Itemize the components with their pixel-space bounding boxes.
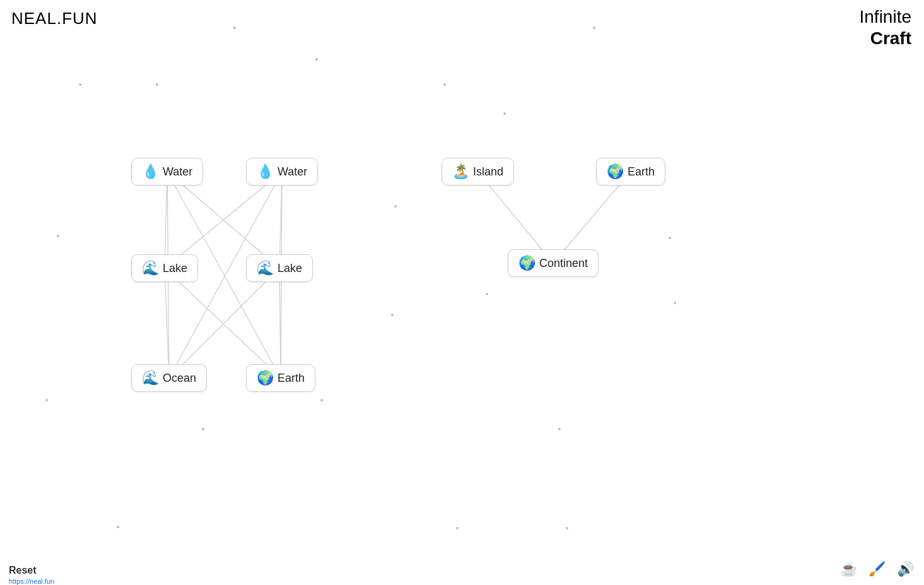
decorative-dot: [117, 526, 119, 528]
water1-icon: 💧: [142, 163, 159, 180]
craft-element-earth1[interactable]: 🌍Earth: [246, 364, 315, 392]
decorative-dot: [391, 314, 394, 316]
decorative-dot: [202, 428, 204, 430]
decorative-dot: [45, 399, 48, 401]
craft-element-ocean[interactable]: 🌊Ocean: [131, 364, 207, 392]
connection-line: [165, 268, 281, 378]
coffee-icon[interactable]: ☕: [840, 561, 857, 577]
title-top: Infinite: [860, 6, 912, 28]
decorative-dot: [486, 293, 488, 295]
earth1-icon: 🌍: [257, 370, 274, 386]
decorative-dot: [394, 205, 397, 208]
water2-icon: 💧: [257, 163, 274, 180]
water2-label: Water: [278, 165, 307, 179]
craft-element-island[interactable]: 🏝️Island: [442, 158, 514, 186]
craft-element-lake2[interactable]: 🌊Lake: [246, 254, 313, 282]
decorative-dot: [233, 27, 236, 29]
decorative-dot: [443, 83, 446, 86]
brush-icon[interactable]: 🖌️: [868, 561, 886, 577]
ocean-icon: 🌊: [142, 370, 159, 386]
reset-button[interactable]: Reset: [9, 565, 37, 576]
water1-label: Water: [163, 165, 192, 179]
connection-line: [279, 268, 281, 378]
connection-line: [169, 268, 279, 378]
lake1-icon: 🌊: [142, 260, 159, 276]
decorative-dot: [57, 235, 59, 237]
decorative-dot: [593, 27, 595, 29]
decorative-dot: [79, 83, 81, 86]
lake1-label: Lake: [163, 262, 187, 275]
decorative-dot: [456, 527, 459, 529]
logo-text: NEAL.FUN: [11, 9, 98, 28]
decorative-dot: [566, 527, 568, 529]
decorative-dot: [156, 83, 158, 86]
decorative-dot: [669, 237, 671, 239]
game-title: Infinite Craft: [860, 6, 912, 49]
decorative-dot: [320, 399, 323, 401]
craft-element-continent[interactable]: 🌍Continent: [508, 249, 599, 277]
continent-label: Continent: [539, 257, 588, 270]
sound-icon[interactable]: 🔊: [897, 561, 914, 577]
craft-element-water2[interactable]: 💧Water: [246, 158, 318, 186]
craft-element-water1[interactable]: 💧Water: [131, 158, 203, 186]
decorative-dot: [503, 112, 506, 115]
island-label: Island: [473, 165, 503, 179]
craft-element-earth2[interactable]: 🌍Earth: [596, 158, 665, 186]
continent-icon: 🌍: [518, 255, 535, 271]
decorative-dot: [558, 428, 561, 430]
craft-element-lake1[interactable]: 🌊Lake: [131, 254, 198, 282]
island-icon: 🏝️: [452, 163, 469, 180]
decorative-dot: [315, 58, 318, 61]
earth1-label: Earth: [278, 372, 305, 385]
title-bottom: Craft: [860, 28, 912, 49]
lake2-icon: 🌊: [257, 260, 274, 276]
bottom-icons-bar: ☕🖌️🔊: [840, 561, 914, 577]
logo: NEAL.FUN: [11, 9, 98, 28]
connections-canvas: [0, 0, 924, 585]
connection-line: [165, 268, 169, 378]
ocean-label: Ocean: [163, 372, 196, 385]
footer-url: https://neal.fun: [9, 577, 54, 585]
earth2-icon: 🌍: [607, 163, 624, 180]
lake2-label: Lake: [278, 262, 302, 275]
earth2-label: Earth: [628, 165, 655, 179]
decorative-dot: [674, 302, 676, 304]
